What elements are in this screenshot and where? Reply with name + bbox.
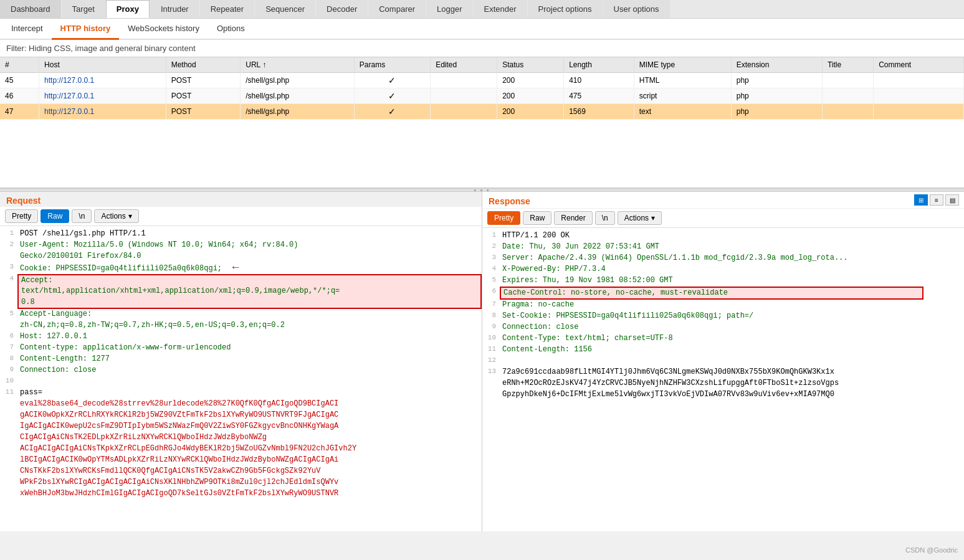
request-raw-btn[interactable]: Raw [41, 209, 69, 223]
response-line: 3Server: Apache/2.4.39 (Win64) OpenSSL/1… [482, 253, 964, 264]
response-toolbar: Pretty Raw Render \n Actions ▾ [482, 209, 964, 228]
tab-user-options[interactable]: User options [603, 0, 670, 18]
request-line: WPkF2bslXYwRCIgACIgACIgACIgAiCNsXKlNHbhZ… [0, 477, 482, 488]
view-text-btn[interactable]: ▤ [945, 194, 959, 206]
cell-ext: php [731, 104, 822, 120]
line-content: Content-Length: 1156 [500, 344, 964, 356]
cell-num: 47 [0, 104, 39, 120]
cell-comment [874, 88, 964, 104]
response-title: Response [482, 192, 537, 207]
table-row[interactable]: 45 http://127.0.0.1 POST /shell/gsl.php … [0, 73, 964, 88]
col-host[interactable]: Host [39, 57, 166, 73]
col-length[interactable]: Length [564, 57, 634, 73]
response-actions-btn[interactable]: Actions ▾ [618, 211, 662, 225]
tab-http-history[interactable]: HTTP history [52, 19, 120, 40]
http-history-table[interactable]: # Host Method URL ↑ Params Edited Status… [0, 57, 964, 188]
tab-project-options[interactable]: Project options [528, 0, 603, 18]
view-lines-btn[interactable]: ≡ [930, 194, 943, 206]
cell-params: ✓ [354, 88, 430, 104]
tab-decoder[interactable]: Decoder [316, 0, 368, 18]
col-url[interactable]: URL ↑ [241, 57, 355, 73]
request-n-btn[interactable]: \n [72, 209, 92, 223]
tab-comparer[interactable]: Comparer [368, 0, 426, 18]
request-code-area[interactable]: 1POST /shell/gsl.php HTTP/1.12User-Agent… [0, 226, 482, 531]
second-nav: Intercept HTTP history WebSockets histor… [0, 19, 964, 40]
tab-intercept[interactable]: Intercept [2, 19, 52, 40]
line-number: 9 [482, 322, 500, 333]
response-render-btn[interactable]: Render [554, 211, 592, 225]
request-line: IgACIgACIK0wepU2csFmZ9DTIpIybm5WSzNWazFm… [0, 421, 482, 432]
cell-edited [431, 88, 497, 104]
line-content: Date: Thu, 30 Jun 2022 07:53:41 GMT [500, 242, 964, 253]
request-line: 11pass= [0, 387, 482, 399]
cell-comment [874, 104, 964, 120]
response-actions-label: Actions [624, 214, 649, 222]
table-row[interactable]: 46 http://127.0.0.1 POST /shell/gsl.php … [0, 88, 964, 104]
tab-target[interactable]: Target [62, 0, 105, 18]
col-comment[interactable]: Comment [874, 57, 964, 73]
col-mime[interactable]: MIME type [634, 57, 731, 73]
tab-logger[interactable]: Logger [426, 0, 472, 18]
col-params[interactable]: Params [354, 57, 430, 73]
tab-sequencer[interactable]: Sequencer [255, 0, 315, 18]
tab-extender[interactable]: Extender [474, 0, 527, 18]
col-edited[interactable]: Edited [431, 57, 497, 73]
col-num[interactable]: # [0, 57, 39, 73]
line-content: POST /shell/gsl.php HTTP/1.1 [17, 229, 482, 240]
line-content: Cookie: PHPSESSID=ga0q4tlifiili025a0q6k0… [17, 262, 482, 274]
view-grid-btn[interactable]: ⊞ [914, 194, 928, 206]
response-code-area[interactable]: 1HTTP/1.1 200 OK2Date: Thu, 30 Jun 2022 … [482, 228, 964, 531]
tab-websockets-history[interactable]: WebSockets history [119, 19, 208, 40]
response-raw-btn[interactable]: Raw [523, 211, 551, 225]
cell-method: POST [166, 88, 241, 104]
cell-mime: HTML [634, 73, 731, 88]
cell-url: /shell/gsl.php [241, 104, 355, 120]
table-row[interactable]: 47 http://127.0.0.1 POST /shell/gsl.php … [0, 104, 964, 120]
line-number [0, 444, 17, 455]
tab-intruder[interactable]: Intruder [150, 0, 199, 18]
tab-proxy[interactable]: Proxy [106, 0, 150, 18]
cell-length: 1569 [564, 104, 634, 120]
line-content [17, 376, 482, 387]
col-method[interactable]: Method [166, 57, 241, 73]
line-number: 9 [0, 365, 17, 376]
line-number: 2 [482, 242, 500, 253]
request-title: Request [0, 192, 482, 207]
line-number: 4 [0, 274, 17, 286]
line-number: 10 [0, 376, 17, 387]
request-pretty-btn[interactable]: Pretty [5, 209, 38, 223]
request-line: 1POST /shell/gsl.php HTTP/1.1 [0, 229, 482, 240]
request-actions-arrow: ▾ [128, 212, 132, 221]
line-content: X-Powered-By: PHP/7.3.4 [500, 264, 964, 275]
line-number: 4 [482, 264, 500, 275]
request-panel: Request Pretty Raw \n Actions ▾ 1POST /s… [0, 192, 482, 531]
response-n-btn[interactable]: \n [595, 211, 615, 225]
col-title[interactable]: Title [822, 57, 873, 73]
cell-host[interactable]: http://127.0.0.1 [39, 73, 166, 88]
line-content: Connection: close [17, 365, 482, 376]
line-content: Pragma: no-cache [500, 300, 964, 311]
col-status[interactable]: Status [497, 57, 564, 73]
line-number [0, 251, 17, 262]
tab-repeater[interactable]: Repeater [200, 0, 254, 18]
request-line: lBCIgACIgACIK0wOpYTMsADLpkXZrRiLzNXYwRCK… [0, 455, 482, 466]
request-actions-btn[interactable]: Actions ▾ [94, 209, 138, 223]
cell-length: 410 [564, 73, 634, 88]
line-content: WPkF2bslXYwRCIgACIgACIgACIgAiCNsXKlNHbhZ… [17, 477, 482, 488]
cell-host[interactable]: http://127.0.0.1 [39, 88, 166, 104]
response-pretty-btn[interactable]: Pretty [487, 211, 520, 225]
top-nav: Dashboard Target Proxy Intruder Repeater… [0, 0, 964, 19]
line-number [0, 477, 17, 488]
col-extension[interactable]: Extension [731, 57, 822, 73]
tab-options[interactable]: Options [208, 19, 254, 40]
cell-ext: php [731, 73, 822, 88]
line-content: xWehBHJoM3bwJHdzhCImlGIgACIgACIgoQD7kSel… [17, 488, 482, 500]
request-line: ACIgACIgACIgAiCNsTKpkXZrRCLpEGdhRGJo4Wdy… [0, 444, 482, 455]
line-content: Cache-Control: no-store, no-cache, must-… [500, 287, 923, 300]
line-number: 3 [482, 253, 500, 264]
filter-bar: Filter: Hiding CSS, image and general bi… [0, 40, 964, 57]
line-content: Content-Type: text/html; charset=UTF-8 [500, 333, 964, 344]
cell-host[interactable]: http://127.0.0.1 [39, 104, 166, 120]
cell-status: 200 [497, 73, 564, 88]
tab-dashboard[interactable]: Dashboard [0, 0, 61, 18]
